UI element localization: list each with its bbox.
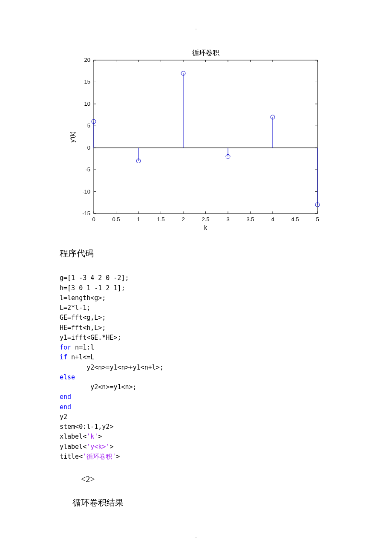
code-text: xlabel< [60, 433, 86, 440]
code-line: h=[3 0 1 -1 2 1]; [60, 284, 125, 292]
svg-text:5: 5 [316, 216, 319, 223]
svg-text:y'(k): y'(k) [69, 131, 76, 142]
page-footer-dot: . [60, 534, 332, 539]
svg-text:5: 5 [87, 122, 90, 129]
svg-text:20: 20 [84, 57, 90, 63]
chart-container: 循环卷积00.511.522.533.544.55-15-10-50510152… [60, 47, 332, 235]
svg-text:15: 15 [84, 78, 90, 85]
code-text: n+l<=L [67, 353, 94, 361]
code-line: stem<0:l-1,y2> [60, 423, 113, 431]
svg-text:k: k [204, 224, 208, 231]
code-text: > [116, 453, 120, 460]
svg-text:2.5: 2.5 [202, 216, 209, 223]
code-line: y1=ifft<GE.*HE>; [60, 334, 121, 341]
code-text: ylabel< [60, 443, 86, 451]
keyword-for: for [60, 344, 71, 351]
svg-text:1: 1 [137, 216, 140, 223]
svg-text:0.5: 0.5 [112, 216, 120, 223]
keyword-end: end [60, 403, 71, 411]
code-line: GE=fft<g,L>; [60, 314, 106, 321]
keyword-else: else [60, 373, 75, 381]
string-literal: 'k' [86, 433, 98, 440]
code-line: HE=fft<h,L>; [60, 324, 106, 332]
svg-text:0: 0 [92, 216, 95, 223]
code-text: > [98, 433, 102, 440]
svg-text:-5: -5 [85, 166, 90, 173]
svg-text:4: 4 [271, 216, 274, 223]
subsection-label: <2> [81, 474, 332, 484]
code-text: n=1:l [71, 344, 94, 351]
code-text: > [110, 443, 113, 451]
svg-text:2: 2 [182, 216, 184, 223]
code-block: g=[1 -3 4 2 0 -2]; h=[3 0 1 -1 2 1]; l=l… [60, 263, 332, 462]
code-line: y2<n>=y1<n>; [90, 383, 136, 391]
svg-text:-10: -10 [82, 188, 90, 195]
subsection-title: 循环卷积结果 [72, 497, 332, 509]
code-line: L=2*l-1; [60, 304, 90, 312]
string-literal: 'y<k>' [86, 443, 110, 451]
svg-text:3.5: 3.5 [246, 216, 254, 223]
svg-text:1.5: 1.5 [157, 216, 164, 223]
svg-text:0: 0 [87, 145, 90, 151]
code-line: y2 [60, 413, 67, 421]
svg-text:4.5: 4.5 [291, 216, 299, 223]
code-line: l=length<g>; [60, 294, 106, 302]
section-header: 程序代码 [60, 248, 332, 259]
code-line: y2<n>=y1<n>+y1<n+l>; [86, 364, 164, 371]
keyword-end: end [60, 393, 71, 401]
page-header-dot: . [60, 26, 332, 30]
stem-chart: 循环卷积00.511.522.533.544.55-15-10-50510152… [60, 47, 324, 235]
svg-text:3: 3 [226, 216, 229, 223]
svg-rect-1 [94, 60, 317, 214]
svg-text:10: 10 [84, 101, 90, 107]
string-literal: '循环卷积' [83, 453, 116, 460]
svg-text:循环卷积: 循环卷积 [192, 49, 219, 56]
code-line: g=[1 -3 4 2 0 -2]; [60, 274, 129, 282]
keyword-if: if [60, 353, 67, 361]
code-text: title< [60, 453, 83, 460]
svg-text:-15: -15 [82, 210, 90, 217]
